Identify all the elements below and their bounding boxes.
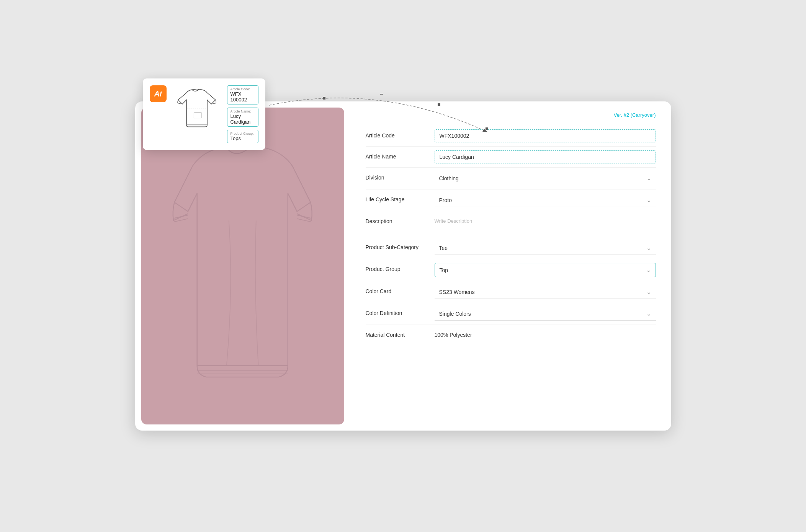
chevron-down-icon-2: ⌄ — [646, 196, 651, 204]
label-sub-category: Product Sub-Category — [366, 241, 435, 250]
form-row-product-group: Product Group Top ⌄ — [366, 259, 656, 281]
svg-line-12 — [175, 215, 188, 218]
form-row-lifecycle: Life Cycle Stage Proto ⌄ — [366, 189, 656, 211]
form-row-article-code: Article Code — [366, 126, 656, 147]
select-product-group[interactable]: Top ⌄ — [435, 263, 656, 277]
chevron-down-icon-3: ⌄ — [646, 244, 651, 251]
input-article-name[interactable] — [435, 150, 656, 163]
ai-field-label-group: Product Group: — [231, 132, 255, 135]
color-definition-value: Single Colors — [439, 311, 471, 317]
sub-category-value: Tee — [439, 245, 448, 251]
ai-field-article-name: Article Name: Lucy Cardigan — [227, 108, 258, 127]
form-row-sub-category: Product Sub-Category Tee ⌄ — [366, 237, 656, 259]
select-sub-category[interactable]: Tee ⌄ — [435, 241, 656, 255]
select-color-card[interactable]: SS23 Womens ⌄ — [435, 285, 656, 299]
ai-card: Ai — [143, 78, 265, 150]
label-material: Material Content — [366, 329, 435, 338]
value-article-name[interactable] — [435, 150, 656, 163]
label-color-definition: Color Definition — [366, 307, 435, 316]
label-division: Division — [366, 171, 435, 181]
ai-field-article-code: Article Code: WFX 100002 — [227, 85, 258, 104]
select-division[interactable]: Clothing ⌄ — [435, 171, 656, 185]
sweater-image — [141, 108, 344, 424]
color-card-value: SS23 Womens — [439, 289, 475, 295]
value-material: 100% Polyester — [435, 329, 656, 341]
value-division[interactable]: Clothing ⌄ — [435, 171, 656, 185]
label-product-group: Product Group — [366, 263, 435, 272]
product-group-value: Top — [440, 267, 448, 273]
svg-rect-3 — [194, 112, 201, 118]
form-row-description: Description Write Description — [366, 211, 656, 231]
value-color-card[interactable]: SS23 Womens ⌄ — [435, 285, 656, 299]
select-lifecycle[interactable]: Proto ⌄ — [435, 193, 656, 207]
label-description: Description — [366, 215, 435, 224]
value-sub-category[interactable]: Tee ⌄ — [435, 241, 656, 255]
form-row-division: Division Clothing ⌄ — [366, 168, 656, 189]
ai-sketch — [172, 85, 222, 143]
chevron-down-icon: ⌄ — [646, 175, 651, 182]
form-row-color-definition: Color Definition Single Colors ⌄ — [366, 303, 656, 325]
value-product-group[interactable]: Top ⌄ — [435, 263, 656, 277]
ai-field-value-name: Lucy Cardigan — [231, 113, 255, 125]
division-value: Clothing — [439, 175, 459, 181]
ai-fields: Article Code: WFX 100002 Article Name: L… — [227, 85, 258, 143]
form-row-article-name: Article Name — [366, 147, 656, 168]
left-panel — [141, 108, 344, 424]
lifecycle-value: Proto — [439, 197, 452, 203]
label-article-name: Article Name — [366, 150, 435, 160]
label-article-code: Article Code — [366, 129, 435, 139]
label-lifecycle: Life Cycle Stage — [366, 193, 435, 202]
spacer — [366, 231, 656, 237]
chevron-down-icon-5: ⌄ — [646, 288, 651, 295]
ai-field-label-code: Article Code: — [231, 87, 255, 91]
ai-field-label-name: Article Name: — [231, 109, 255, 113]
form-row-color-card: Color Card SS23 Womens ⌄ — [366, 281, 656, 303]
right-panel: Ver. #2 (Carryover) Article Code Article… — [350, 101, 671, 431]
main-container: Ai — [135, 101, 671, 431]
version-badge: Ver. #2 (Carryover) — [366, 112, 656, 118]
form-row-material: Material Content 100% Polyester — [366, 325, 656, 345]
description-placeholder[interactable]: Write Description — [435, 215, 656, 227]
chevron-down-icon-4: ⌄ — [646, 266, 651, 274]
select-color-definition[interactable]: Single Colors ⌄ — [435, 307, 656, 321]
input-article-code[interactable] — [435, 129, 656, 142]
ai-field-value-code: WFX 100002 — [231, 91, 255, 103]
value-article-code[interactable] — [435, 129, 656, 142]
chevron-down-icon-6: ⌄ — [646, 310, 651, 317]
value-lifecycle[interactable]: Proto ⌄ — [435, 193, 656, 207]
value-description[interactable]: Write Description — [435, 215, 656, 227]
ai-field-product-group: Product Group: Tops — [227, 130, 258, 143]
svg-rect-6 — [380, 94, 383, 95]
svg-rect-5 — [323, 97, 325, 100]
label-color-card: Color Card — [366, 285, 435, 294]
svg-line-14 — [297, 215, 311, 218]
material-value: 100% Polyester — [435, 329, 656, 341]
ai-field-value-group: Tops — [231, 135, 255, 141]
value-color-definition[interactable]: Single Colors ⌄ — [435, 307, 656, 321]
ai-icon: Ai — [150, 85, 167, 102]
